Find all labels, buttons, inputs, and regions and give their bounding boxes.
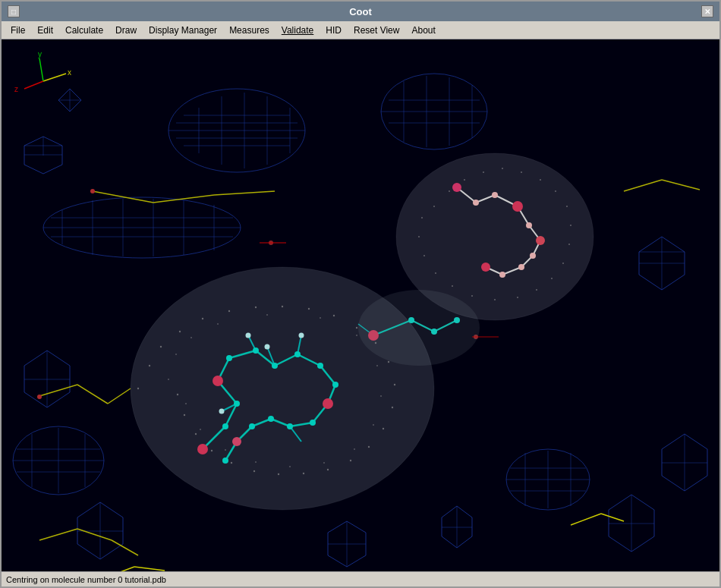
svg-point-219 — [219, 409, 225, 414]
window-title: Coot — [349, 6, 372, 17]
svg-point-208 — [226, 355, 232, 361]
svg-point-151 — [392, 407, 393, 408]
svg-point-209 — [253, 347, 259, 354]
svg-point-179 — [200, 429, 201, 430]
svg-point-139 — [160, 346, 162, 347]
svg-point-160 — [211, 450, 213, 451]
svg-point-110 — [494, 299, 496, 300]
svg-point-221 — [265, 344, 270, 350]
menu-hid[interactable]: HID — [320, 24, 348, 37]
menu-calculate[interactable]: Calculate — [59, 24, 109, 37]
svg-point-134 — [518, 264, 524, 270]
svg-point-156 — [303, 473, 304, 474]
svg-point-152 — [383, 428, 384, 429]
svg-point-145 — [308, 308, 310, 310]
svg-point-169 — [320, 317, 321, 319]
svg-point-96 — [449, 190, 450, 192]
svg-point-164 — [168, 379, 169, 380]
svg-point-103 — [566, 206, 568, 207]
svg-point-211 — [294, 351, 301, 357]
svg-point-159 — [231, 462, 232, 464]
menu-file[interactable]: File — [5, 24, 31, 37]
app-window: □ Coot ✕ File Edit Calculate Draw Displa… — [0, 0, 721, 588]
minimize-button[interactable]: □ — [8, 5, 20, 17]
title-bar: □ Coot ✕ — [2, 2, 719, 21]
viewport[interactable]: x y z — [2, 39, 719, 571]
svg-point-217 — [249, 423, 255, 429]
menu-bar: File Edit Calculate Draw Display Manager… — [2, 21, 719, 39]
svg-point-158 — [253, 470, 255, 472]
svg-point-143 — [255, 307, 257, 308]
svg-point-149 — [388, 361, 389, 363]
svg-point-109 — [517, 297, 518, 298]
svg-point-177 — [255, 461, 257, 463]
svg-point-112 — [452, 285, 453, 287]
svg-point-180 — [185, 403, 187, 404]
svg-point-174 — [354, 448, 355, 450]
svg-point-218 — [222, 458, 228, 464]
svg-point-106 — [562, 263, 564, 264]
svg-point-202 — [197, 444, 208, 454]
svg-point-153 — [368, 446, 370, 448]
svg-point-104 — [570, 225, 571, 226]
svg-point-108 — [536, 289, 537, 291]
svg-point-171 — [376, 365, 378, 366]
connecting-sticks — [358, 290, 480, 366]
svg-point-222 — [299, 333, 304, 338]
close-icon: ✕ — [704, 8, 710, 16]
svg-point-212 — [317, 363, 323, 369]
svg-point-163 — [177, 394, 178, 395]
svg-point-126 — [452, 183, 461, 192]
svg-point-210 — [272, 363, 278, 369]
svg-point-161 — [195, 433, 197, 435]
status-text: Centring on molecule number 0 tutorial.p… — [6, 575, 166, 584]
svg-point-167 — [217, 323, 219, 325]
svg-point-168 — [266, 314, 268, 316]
svg-point-155 — [327, 469, 329, 470]
svg-point-133 — [530, 253, 536, 259]
svg-point-165 — [175, 354, 177, 355]
svg-point-231 — [358, 290, 480, 366]
svg-point-173 — [373, 424, 374, 426]
svg-point-99 — [502, 168, 503, 169]
menu-measures[interactable]: Measures — [223, 24, 275, 37]
menu-reset-view[interactable]: Reset View — [348, 24, 405, 37]
svg-point-150 — [394, 384, 395, 385]
svg-point-146 — [333, 315, 335, 316]
svg-point-206 — [222, 423, 228, 429]
svg-point-214 — [310, 420, 316, 426]
svg-point-147 — [356, 327, 357, 329]
svg-point-154 — [350, 460, 351, 461]
menu-about[interactable]: About — [405, 24, 441, 37]
status-bar: Centring on molecule number 0 tutorial.p… — [2, 571, 719, 586]
menu-validate[interactable]: Validate — [275, 24, 320, 37]
svg-point-141 — [202, 318, 203, 319]
svg-point-128 — [536, 236, 545, 245]
svg-point-142 — [228, 310, 230, 312]
svg-point-178 — [225, 449, 226, 451]
svg-point-132 — [526, 222, 532, 228]
svg-point-114 — [423, 255, 425, 256]
svg-point-91 — [37, 395, 42, 399]
svg-point-176 — [289, 466, 291, 467]
svg-point-97 — [464, 179, 465, 181]
svg-point-129 — [481, 263, 490, 272]
svg-point-215 — [287, 423, 293, 429]
close-button[interactable]: ✕ — [701, 5, 713, 17]
svg-point-213 — [332, 382, 338, 388]
svg-text:z: z — [14, 85, 18, 93]
svg-point-144 — [282, 306, 283, 307]
svg-point-172 — [380, 395, 382, 397]
svg-point-135 — [499, 272, 505, 278]
svg-point-116 — [421, 217, 423, 219]
svg-point-115 — [418, 236, 420, 237]
menu-draw[interactable]: Draw — [109, 24, 143, 37]
svg-point-207 — [234, 401, 240, 407]
svg-point-216 — [268, 416, 274, 422]
svg-point-101 — [540, 179, 541, 181]
menu-display-manager[interactable]: Display Manager — [143, 24, 223, 37]
svg-point-205 — [232, 437, 241, 446]
menu-edit[interactable]: Edit — [31, 24, 59, 37]
svg-point-175 — [323, 462, 325, 464]
svg-point-102 — [555, 190, 556, 192]
